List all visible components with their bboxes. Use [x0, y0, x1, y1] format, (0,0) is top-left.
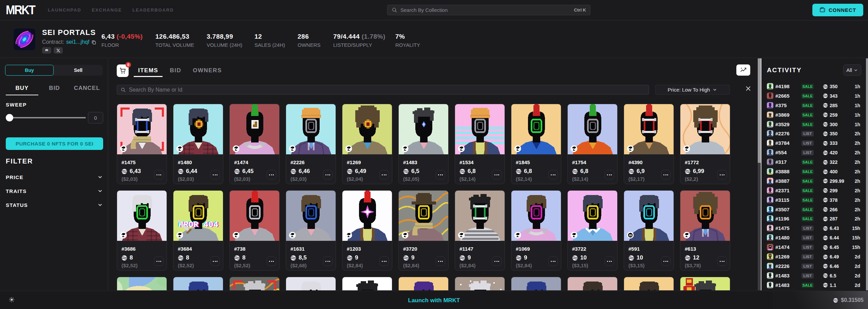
svg-text:m: m: [629, 233, 632, 237]
